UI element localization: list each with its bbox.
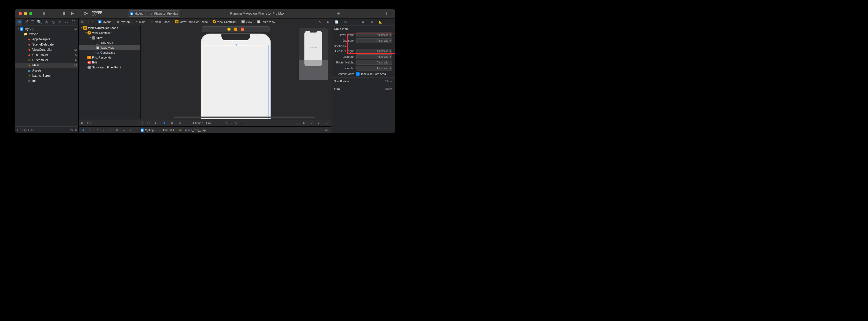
related-items-button[interactable]: ▥ — [80, 20, 84, 24]
zoom-level-label[interactable]: 75% — [231, 122, 237, 125]
close-window-button[interactable] — [19, 12, 22, 15]
exit-dock-icon[interactable] — [241, 28, 244, 31]
jumpbar-segment[interactable]: ✕Main — [134, 20, 146, 24]
clock-filter-icon[interactable]: ◷ — [70, 128, 73, 132]
scene-dock[interactable] — [202, 26, 270, 32]
orientation-icon[interactable]: ◐ — [154, 120, 159, 126]
ib-canvas[interactable]: Table View Table View — [141, 25, 331, 119]
jumpbar-segment[interactable]: ●View Controller — [212, 20, 237, 24]
zoom-out-button[interactable]: −⃝ — [223, 120, 229, 126]
navigator-tree[interactable]: ▾▣MyAppM▾📁MyApp◆AppDelegate◆SceneDelegat… — [15, 26, 78, 126]
document-outline[interactable]: ▾▭View Controller Scene▾●View Controller… — [79, 25, 141, 119]
continue-button[interactable]: ▷| — [87, 127, 93, 133]
navigator-item[interactable]: ▦Assets — [15, 68, 78, 73]
breakpoint-navigator-tab[interactable]: ▱ — [63, 19, 70, 25]
view-controller-dock-icon[interactable] — [227, 28, 230, 31]
run-button[interactable] — [69, 10, 76, 17]
outline-item[interactable]: ▾▭View Controller Scene — [79, 25, 140, 30]
outline-item[interactable]: ↩Exit — [79, 60, 140, 65]
navigator-item[interactable]: ◆CustomCellA — [15, 52, 78, 58]
insets-safe-area-checkbox[interactable]: ✓ — [356, 72, 360, 76]
size-inspector-tab[interactable]: 📐 — [377, 19, 384, 25]
step-out-button[interactable]: ↑ — [108, 127, 113, 133]
pin-tool-icon[interactable]: ⊞ — [301, 120, 307, 126]
navigator-item[interactable]: ▾▣MyAppM — [15, 26, 78, 31]
minimap[interactable]: Table View — [299, 28, 328, 81]
debug-crumb[interactable]: ▭0 mach_msg_trap — [179, 128, 206, 132]
jumpbar-segment[interactable]: ▣MyApp — [116, 20, 130, 24]
outline-item[interactable]: □Safe Area — [79, 40, 140, 45]
outline-item[interactable]: →Storyboard Entry Point — [79, 65, 140, 70]
device-type-icon[interactable]: ▯ — [185, 120, 190, 126]
toggle-inspector-button[interactable] — [384, 10, 392, 17]
jumpbar-segment[interactable]: ▣MyApp — [97, 20, 112, 24]
add-editor-icon[interactable]: ⊞ — [327, 20, 330, 24]
outline-filter-input[interactable] — [85, 122, 140, 125]
toggle-debug-area-button[interactable]: ▭ — [324, 127, 329, 133]
outline-item[interactable]: ▾●View Controller — [79, 30, 140, 35]
table-view-selection[interactable] — [203, 45, 269, 119]
toggle-navigator-button[interactable] — [42, 10, 49, 17]
navigator-item[interactable]: ▤Info — [15, 78, 78, 84]
outline-item[interactable]: ▸◫Constraints — [79, 50, 140, 55]
debug-crumb[interactable]: ▣MyApp — [141, 129, 154, 132]
connections-inspector-tab[interactable]: → — [386, 19, 393, 25]
project-navigator-tab[interactable]: ▤ — [16, 19, 22, 25]
navigator-filter-input[interactable] — [28, 129, 69, 132]
appearance-icon[interactable]: ◑ — [161, 120, 167, 126]
align-tool-icon[interactable]: ⊟ — [294, 120, 300, 126]
step-over-button[interactable]: ↷ — [94, 127, 99, 133]
debug-memory-button[interactable]: ⟐ — [121, 127, 126, 133]
outline-item[interactable]: 1First Responder — [79, 55, 140, 60]
debug-navigator-tab[interactable]: ⌾ — [57, 19, 63, 25]
help-inspector-tab[interactable]: ? — [351, 19, 358, 25]
attributes-inspector-tab[interactable]: ⚙ — [369, 19, 375, 25]
file-inspector-tab[interactable]: 📄 — [334, 19, 340, 25]
navigator-item[interactable]: ✕CustomCellA — [15, 58, 78, 63]
add-button[interactable]: + — [17, 129, 18, 132]
refresh-icon[interactable]: ⟲ — [319, 20, 321, 24]
resize-handle-top[interactable] — [235, 44, 237, 46]
zoom-window-button[interactable] — [29, 12, 32, 15]
symbol-navigator-tab[interactable]: ☰ — [30, 19, 36, 25]
value-stepper[interactable]: Automatic▲▼ — [356, 49, 392, 53]
view-section-header[interactable]: View Show — [331, 86, 395, 92]
jumpbar-segment[interactable]: ▭View Controller Scene — [174, 20, 209, 24]
resolve-tool-icon[interactable]: ↺ — [309, 120, 314, 126]
step-into-button[interactable]: ↓ — [101, 127, 106, 133]
navigator-item[interactable]: ▾📁MyApp — [15, 31, 78, 37]
scroll-view-section-header[interactable]: Scroll View Show — [331, 78, 395, 84]
update-frames-icon[interactable]: ⤓ — [323, 120, 329, 126]
value-stepper[interactable]: Automatic▲▼ — [356, 33, 392, 37]
adjust-editor-icon[interactable]: ≡ — [323, 20, 325, 24]
first-responder-dock-icon[interactable] — [234, 28, 237, 31]
source-control-navigator-tab[interactable]: ⎇ — [23, 19, 29, 25]
value-stepper[interactable]: Automatic▲▼ — [356, 66, 392, 70]
stop-button[interactable] — [60, 10, 68, 17]
debug-view-hierarchy-button[interactable]: ▦ — [115, 127, 120, 133]
outline-item[interactable]: ▦Table View — [79, 45, 140, 50]
scheme-selector[interactable]: ▣ MyApp 〉 ▢ iPhone 14 Pro Max — [128, 10, 180, 17]
jumpbar-segment[interactable]: ▦Table View — [256, 20, 276, 24]
issue-navigator-tab[interactable]: ⚠ — [43, 19, 50, 25]
report-navigator-tab[interactable]: ☷ — [70, 19, 76, 25]
go-forward-button[interactable]: 〉 — [91, 20, 95, 24]
embed-tool-icon[interactable]: ▲ — [316, 120, 321, 126]
history-inspector-tab[interactable]: ◷ — [342, 19, 349, 25]
device-config-icon[interactable]: ▢ — [146, 120, 151, 126]
recent-filter-button[interactable]: ⊙≡ — [20, 128, 27, 132]
library-button[interactable] — [335, 10, 342, 17]
scm-filter-icon[interactable]: ⊞ — [74, 128, 77, 132]
device-frame[interactable]: Table View — [200, 34, 271, 119]
zoom-in-button[interactable]: +⃝ — [239, 120, 245, 126]
source-control-icon[interactable] — [82, 10, 90, 17]
test-navigator-tab[interactable]: ◇ — [50, 19, 56, 25]
minimize-window-button[interactable] — [24, 12, 27, 15]
navigator-item[interactable]: ◆SceneDelegate — [15, 42, 78, 47]
debug-crumb[interactable]: ⦿Thread 1 — [159, 129, 174, 132]
outline-item[interactable]: ▾▭View — [79, 35, 140, 40]
navigator-item[interactable]: ✕LaunchScreen — [15, 73, 78, 78]
navigator-item[interactable]: ◆AppDelegate — [15, 37, 78, 42]
layout-icon[interactable]: ▣ — [169, 120, 175, 126]
value-stepper[interactable]: Automatic▲▼ — [356, 60, 392, 65]
